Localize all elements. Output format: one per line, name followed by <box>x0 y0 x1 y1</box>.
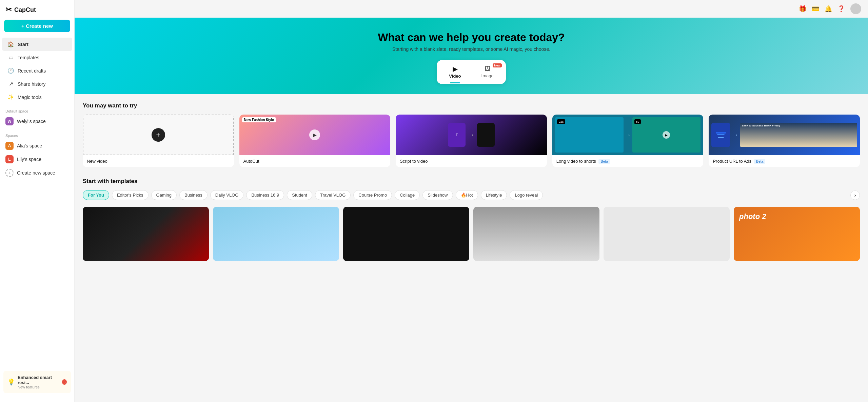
footer-subtitle: New features <box>18 385 59 389</box>
share_history-icon: ↗ <box>7 81 14 87</box>
nav-list: 🏠Start▭Templates🕐Recent drafts↗Share his… <box>0 38 74 104</box>
template-thumb-3[interactable] <box>343 207 469 261</box>
template-thumb-4[interactable] <box>473 207 599 261</box>
footer-text-block: Enhanced smart resi... New features <box>18 375 59 389</box>
autocut-tag: New Fashion Style <box>242 117 276 122</box>
product-url-card[interactable]: → Back to Success Black Friday Product U… <box>709 115 860 167</box>
product-url-box <box>711 123 730 147</box>
hero-banner: What can we help you create today? Start… <box>75 18 868 94</box>
product-url-card-inner: → Back to Success Black Friday <box>709 115 860 155</box>
logo: ✂ CapCut <box>0 5 74 20</box>
filter-chip-daily_vlog[interactable]: Daily VLOG <box>210 190 244 200</box>
long-video-thumb-1: 92s <box>555 117 624 153</box>
default-space-label: Default space <box>0 104 74 115</box>
template-6-text: photo 2 <box>734 207 860 226</box>
new-badge: New <box>493 63 502 67</box>
new-video-label: New video <box>83 155 234 167</box>
filter-chip-logo_reveal[interactable]: Logo reveal <box>510 190 543 200</box>
template-thumb-6[interactable]: photo 2 <box>734 207 860 261</box>
script-to-video-card[interactable]: T → Script to video <box>396 115 547 167</box>
image-tab-icon: 🖼 <box>485 65 491 73</box>
long-video-card-inner: 92s → 8s ▶ <box>552 115 704 155</box>
template-filter-row: For YouEditor's PicksGamingBusinessDaily… <box>83 190 860 200</box>
url-line-3 <box>718 137 724 138</box>
sidebar-item-templates[interactable]: ▭Templates <box>2 51 72 64</box>
app-name: CapCut <box>14 6 36 14</box>
script-icon-left: T <box>448 123 466 147</box>
template-thumb-2[interactable] <box>213 207 339 261</box>
space-avatar-alia: A <box>5 142 14 150</box>
long-video-card[interactable]: 92s → 8s ▶ Long video to shorts Beta <box>552 115 704 167</box>
duration-badge-1: 92s <box>557 119 566 124</box>
filter-chip-editors_picks[interactable]: Editor's Picks <box>112 190 149 200</box>
logo-icon: ✂ <box>5 5 12 14</box>
filter-chip-hot[interactable]: 🔥Hot <box>456 190 478 200</box>
card-icon[interactable]: 💳 <box>812 5 819 13</box>
default-space-name: Weiyi's space <box>17 119 46 124</box>
image-tab-label: Image <box>481 73 494 78</box>
product-preview: Back to Success Black Friday <box>740 123 857 147</box>
filter-chip-course_promo[interactable]: Course Promo <box>353 190 392 200</box>
create-space-label: Create new space <box>17 170 55 176</box>
filter-chip-collage[interactable]: Collage <box>395 190 420 200</box>
footer-title: Enhanced smart resi... <box>18 375 59 385</box>
filter-chip-business[interactable]: Business <box>179 190 208 200</box>
footer-badge: 5 <box>62 379 67 385</box>
spaces-list: AAlia's spaceLLily's space <box>0 139 74 166</box>
script-arrow-icon: → <box>468 132 474 139</box>
product-url-text: Product URL to Ads <box>713 159 751 164</box>
templates-section-title: Start with templates <box>83 178 860 185</box>
default-space-avatar: W <box>5 117 14 125</box>
nav-label-templates: Templates <box>18 55 39 60</box>
filter-chip-for_you[interactable]: For You <box>83 190 109 200</box>
main-content: 🎁 💳 🔔 ❓ What can we help you create toda… <box>75 0 868 402</box>
footer-bulb-icon: 💡 <box>7 378 15 386</box>
start-icon: 🏠 <box>7 41 14 47</box>
tab-image[interactable]: New 🖼 Image <box>472 62 503 82</box>
create-new-button[interactable]: + Create new <box>4 20 70 32</box>
video-tab-label: Video <box>449 74 461 79</box>
sidebar: ✂ CapCut + Create new 🏠Start▭Templates🕐R… <box>0 0 75 402</box>
tab-video[interactable]: ▶ Video <box>439 62 470 82</box>
sidebar-item-share_history[interactable]: ↗Share history <box>2 77 72 91</box>
sidebar-item-recent_drafts[interactable]: 🕐Recent drafts <box>2 64 72 77</box>
bell-icon[interactable]: 🔔 <box>825 5 832 13</box>
hero-title: What can we help you create today? <box>81 31 861 44</box>
space-item-alia[interactable]: AAlia's space <box>0 139 74 153</box>
template-thumb-1[interactable] <box>83 207 209 261</box>
default-space-item[interactable]: W Weiyi's space <box>0 115 74 128</box>
filter-chip-gaming[interactable]: Gaming <box>151 190 177 200</box>
filter-chip-business_16_9[interactable]: Business 16:9 <box>246 190 284 200</box>
media-type-toggle: ▶ Video New 🖼 Image <box>437 60 506 84</box>
filter-chip-slideshow[interactable]: Slideshow <box>422 190 453 200</box>
recent_drafts-icon: 🕐 <box>7 67 14 74</box>
sidebar-item-magic_tools[interactable]: ✨Magic tools <box>2 91 72 104</box>
filter-chip-travel_vlog[interactable]: Travel VLOG <box>315 190 351 200</box>
product-url-arrow: → <box>732 132 738 139</box>
new-video-card[interactable]: + New video <box>83 115 234 167</box>
template-thumb-5[interactable] <box>604 207 730 261</box>
duration-badge-2: 8s <box>634 119 641 124</box>
filter-chip-student[interactable]: Student <box>287 190 312 200</box>
user-avatar[interactable] <box>850 3 861 14</box>
video-tab-icon: ▶ <box>453 65 457 73</box>
autocut-label: AutoCut <box>239 155 391 167</box>
sidebar-item-start[interactable]: 🏠Start <box>2 38 72 51</box>
main-section: You may want to try + New video New Fash… <box>75 94 868 269</box>
footer-notification[interactable]: 💡 Enhanced smart resi... New features 5 <box>3 371 71 393</box>
try-cards-row: + New video New Fashion Style ▶ AutoCut … <box>83 115 860 167</box>
new-video-plus-icon: + <box>152 128 165 142</box>
help-icon[interactable]: ❓ <box>837 5 845 13</box>
script-icon-right <box>477 123 495 147</box>
autocut-card[interactable]: New Fashion Style ▶ AutoCut <box>239 115 391 167</box>
nav-label-magic_tools: Magic tools <box>18 95 42 100</box>
nav-label-recent_drafts: Recent drafts <box>18 68 46 74</box>
filter-chip-lifestyle[interactable]: Lifestyle <box>481 190 507 200</box>
create-new-space-button[interactable]: + Create new space <box>0 166 74 180</box>
gift-icon[interactable]: 🎁 <box>799 5 806 13</box>
url-line-1 <box>716 132 726 134</box>
new-video-card-inner: + <box>83 115 234 155</box>
script-card-inner: T → <box>396 115 547 155</box>
filter-scroll-right[interactable]: › <box>850 190 860 200</box>
space-item-lily[interactable]: LLily's space <box>0 153 74 166</box>
